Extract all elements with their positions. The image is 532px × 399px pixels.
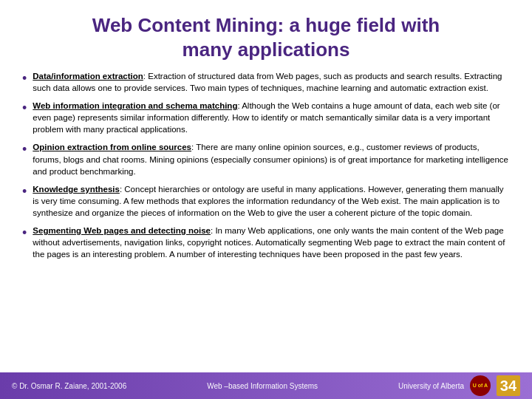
bullet-item-2: •Web information integration and schema … — [22, 100, 510, 135]
bullet-dot-2: • — [22, 100, 27, 117]
bullet-text-4: Knowledge synthesis: Concept hierarchies… — [33, 183, 510, 219]
bullet-bold-4: Knowledge synthesis — [33, 185, 120, 194]
bullet-text-2: Web information integration and schema m… — [33, 100, 510, 135]
bullet-item-1: •Data/information extraction: Extraction… — [22, 70, 510, 94]
footer-copyright: © Dr. Osmar R. Zaiane, 2001-2006 — [12, 382, 126, 390]
title-line1: Web Content Mining: a huge field with — [92, 14, 440, 36]
bullet-bold-2: Web information integration and schema m… — [33, 101, 237, 110]
bullet-bold-3: Opinion extraction from online sources — [33, 143, 191, 151]
university-logo: U of A — [470, 375, 491, 396]
bullet-bold-1: Data/information extraction — [33, 72, 143, 81]
title-line2: many applications — [183, 38, 350, 61]
bullet-dot-5: • — [22, 225, 27, 242]
slide: Web Content Mining: a huge field with ma… — [0, 0, 532, 399]
footer: © Dr. Osmar R. Zaiane, 2001-2006 Web –ba… — [0, 372, 532, 399]
page-number: 34 — [497, 375, 520, 396]
bullet-bold-5: Segmenting Web pages and detecting noise — [33, 226, 211, 235]
bullet-item-3: •Opinion extraction from online sources:… — [22, 141, 510, 177]
footer-right: University of Alberta U of A 34 — [398, 375, 520, 396]
bullet-list: •Data/information extraction: Extraction… — [22, 70, 510, 366]
bullet-text-1: Data/information extraction: Extraction … — [33, 70, 510, 94]
bullet-text-5: Segmenting Web pages and detecting noise… — [33, 225, 510, 260]
bullet-text-3: Opinion extraction from online sources: … — [33, 141, 510, 177]
slide-title: Web Content Mining: a huge field with ma… — [22, 13, 510, 61]
bullet-item-4: •Knowledge synthesis: Concept hierarchie… — [22, 183, 510, 219]
footer-university: University of Alberta — [398, 382, 464, 390]
footer-title: Web –based Information Systems — [207, 382, 318, 390]
bullet-dot-4: • — [22, 184, 27, 200]
bullet-item-5: •Segmenting Web pages and detecting nois… — [22, 225, 510, 260]
bullet-dot-1: • — [22, 71, 27, 87]
bullet-dot-3: • — [22, 142, 27, 158]
